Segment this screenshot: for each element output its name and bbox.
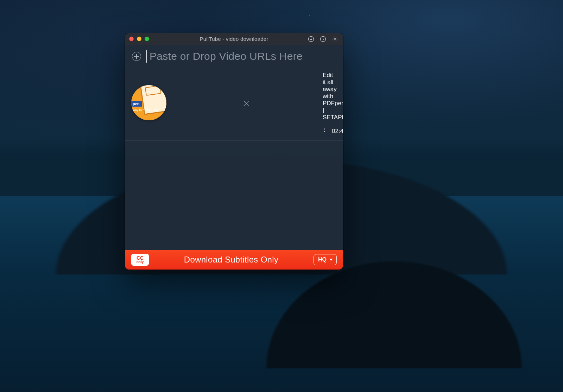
video-title: Edit it all away with PDFpen | SETAPP <box>323 70 337 121</box>
download-button[interactable]: Download Subtitles Only <box>154 255 309 265</box>
settings-icon[interactable] <box>331 35 339 43</box>
window-minimize-button[interactable] <box>137 37 141 41</box>
queue-item: pen way to handle Mac Edit it all away w… <box>125 69 343 141</box>
cc-label-line1: CC <box>137 255 144 260</box>
thumb-sub-text: way to handle Mac <box>133 108 159 112</box>
svg-point-2 <box>334 38 336 40</box>
trim-icon[interactable] <box>323 127 328 135</box>
window-zoom-button[interactable] <box>145 37 149 41</box>
text-caret <box>146 50 147 63</box>
remove-item-button[interactable] <box>173 95 319 110</box>
hq-label: HQ <box>318 257 327 263</box>
url-input-row <box>125 45 343 69</box>
download-queue: pen way to handle Mac Edit it all away w… <box>125 69 343 250</box>
cc-label-line2: only <box>137 260 144 264</box>
downloads-icon[interactable] <box>307 35 315 43</box>
titlebar: PullTube - video downloader <box>125 33 343 45</box>
app-window: PullTube - video downloader <box>125 33 343 270</box>
desktop-wallpaper: PullTube - video downloader <box>0 0 563 392</box>
action-footer: CC only Download Subtitles Only HQ <box>125 250 343 270</box>
url-input[interactable] <box>150 50 336 62</box>
video-duration: 02:46 <box>332 128 343 135</box>
window-close-button[interactable] <box>129 37 134 41</box>
video-thumbnail[interactable]: pen way to handle Mac <box>131 85 166 120</box>
history-icon[interactable] <box>319 35 327 43</box>
quality-menu-button[interactable]: HQ <box>314 254 337 265</box>
caret-down-icon <box>329 259 333 261</box>
thumb-banner-text: pen <box>131 101 142 107</box>
cc-only-toggle[interactable]: CC only <box>131 254 149 266</box>
add-url-button[interactable] <box>132 52 141 61</box>
